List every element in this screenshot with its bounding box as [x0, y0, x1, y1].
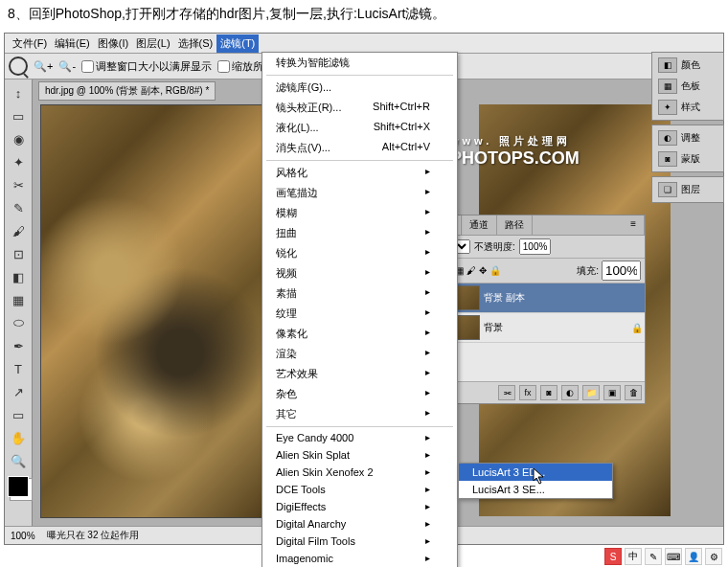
fx-icon[interactable]: fx — [519, 385, 536, 400]
menu-separator — [266, 160, 453, 161]
resize-window-checkbox[interactable]: 调整窗口大小以满屏显示 — [81, 59, 212, 74]
mask-new-icon[interactable]: ◙ — [540, 385, 557, 400]
adjustment-new-icon[interactable]: ◐ — [561, 385, 579, 400]
filter-menu: 转换为智能滤镜 滤镜库(G)... 镜头校正(R)...Shift+Ctrl+R… — [262, 52, 458, 567]
color-icon: ◧ — [658, 57, 677, 73]
tab-paths[interactable]: 路径 — [497, 215, 533, 235]
marquee-tool-icon[interactable]: ▭ — [6, 105, 31, 126]
menu-image[interactable]: 图像(I) — [94, 34, 132, 53]
ime-icon[interactable]: S — [604, 548, 622, 565]
filter-cat[interactable]: 视频 — [262, 263, 457, 284]
filter-cat[interactable]: 像素化 — [262, 324, 457, 344]
filter-plugin[interactable]: Eye Candy 4000 — [262, 429, 457, 446]
layer-new-icon[interactable]: ▣ — [603, 385, 621, 400]
lock-pos-icon[interactable]: ✥ — [479, 265, 487, 276]
filter-cat[interactable]: 画笔描边 — [262, 183, 457, 203]
panel-layers-btn[interactable]: ❏图层 — [654, 180, 721, 199]
filter-lens[interactable]: 镜头校正(R)...Shift+Ctrl+R — [262, 98, 457, 118]
lucis-submenu: LucisArt 3 ED... LucisArt 3 SE... — [458, 463, 613, 499]
filter-cat[interactable]: 纹理 — [262, 304, 457, 324]
move-tool-icon[interactable]: ↕ — [6, 82, 31, 103]
tray-keyboard-icon[interactable]: ⌨ — [665, 548, 682, 565]
tab-channels[interactable]: 通道 — [462, 215, 497, 235]
fill-input[interactable] — [602, 261, 641, 281]
filter-cat[interactable]: 其它 — [262, 404, 457, 424]
stamp-tool-icon[interactable]: ⊡ — [6, 243, 31, 264]
panel-masks[interactable]: ◙蒙版 — [654, 149, 721, 169]
menu-edit[interactable]: 编辑(E) — [51, 34, 94, 53]
trash-icon[interactable]: 🗑 — [625, 385, 642, 400]
panel-styles[interactable]: ✦样式 — [654, 98, 721, 117]
opacity-label: 不透明度: — [474, 240, 515, 254]
eyedropper-tool-icon[interactable]: ✎ — [6, 197, 31, 218]
brush-tool-icon[interactable]: 🖌 — [6, 220, 31, 241]
eraser-tool-icon[interactable]: ◧ — [6, 266, 31, 287]
adjust-icon: ◐ — [658, 130, 677, 146]
panel-adjustments[interactable]: ◐调整 — [654, 128, 721, 147]
layers-icon: ❏ — [658, 182, 677, 197]
layer-row[interactable]: 👁 背景 副本 — [426, 284, 645, 313]
zoom-tool-icon2[interactable]: 🔍 — [6, 450, 31, 471]
filter-gallery[interactable]: 滤镜库(G)... — [262, 78, 457, 98]
type-tool-icon[interactable]: T — [6, 358, 31, 379]
filter-liquify[interactable]: 液化(L)...Shift+Ctrl+X — [262, 118, 457, 138]
zoom-tool-icon — [9, 57, 28, 76]
menu-filter[interactable]: 滤镜(T) — [216, 34, 259, 53]
layer-row[interactable]: 👁 背景 🔒 — [426, 313, 645, 343]
menu-separator — [266, 75, 453, 76]
step-instruction: 8、回到PhotoShop,打开刚才存储的hdr图片,复制一层,执行:Lucis… — [0, 0, 728, 33]
link-layers-icon[interactable]: ⫘ — [498, 385, 515, 400]
filter-plugin[interactable]: Digital Anarchy — [262, 515, 457, 533]
lock-all-icon[interactable]: 🔒 — [489, 265, 501, 276]
menu-select[interactable]: 选择(S) — [174, 34, 217, 53]
resize-window-label: 调整窗口大小以满屏显示 — [96, 59, 212, 74]
menu-bar: 文件(F) 编辑(E) 图像(I) 图层(L) 选择(S) 滤镜(T) — [5, 34, 723, 54]
opacity-input[interactable] — [519, 238, 551, 255]
document-tab[interactable]: hdr.jpg @ 100% (背景 副本, RGB/8#) * — [38, 81, 216, 101]
lucisart-3-se[interactable]: LucisArt 3 SE... — [459, 481, 612, 498]
filter-plugin[interactable]: Digital Film Tools — [262, 533, 457, 550]
tray-ime-lang[interactable]: 中 — [625, 548, 642, 565]
filter-cat[interactable]: 风格化 — [262, 163, 457, 183]
pen-tool-icon[interactable]: ✒ — [6, 335, 31, 356]
filter-convert-smart[interactable]: 转换为智能滤镜 — [262, 53, 457, 73]
folder-new-icon[interactable]: 📁 — [582, 385, 600, 400]
lasso-tool-icon[interactable]: ◉ — [6, 128, 31, 149]
filter-cat[interactable]: 模糊 — [262, 203, 457, 223]
panel-swatches[interactable]: ▦色板 — [654, 77, 721, 96]
menu-file[interactable]: 文件(F) — [9, 34, 51, 53]
filter-cat[interactable]: 渲染 — [262, 344, 457, 364]
shape-tool-icon[interactable]: ▭ — [6, 404, 31, 425]
tray-user-icon[interactable]: 👤 — [685, 548, 702, 565]
filter-plugin[interactable]: Imagenomic — [262, 550, 457, 567]
lock-paint-icon[interactable]: 🖌 — [466, 265, 476, 276]
crop-tool-icon[interactable]: ✂ — [6, 174, 31, 195]
wand-tool-icon[interactable]: ✦ — [6, 151, 31, 172]
filter-plugin[interactable]: DigiEffects — [262, 498, 457, 515]
menu-layer[interactable]: 图层(L) — [132, 34, 173, 53]
filter-cat[interactable]: 杂色 — [262, 384, 457, 404]
tray-pencil-icon[interactable]: ✎ — [645, 548, 662, 565]
filter-cat[interactable]: 锐化 — [262, 243, 457, 263]
foreground-background-color[interactable] — [8, 476, 29, 497]
filter-cat[interactable]: 艺术效果 — [262, 364, 457, 384]
filter-plugin[interactable]: Alien Skin Xenofex 2 — [262, 464, 457, 481]
zoom-level[interactable]: 100% — [11, 531, 35, 541]
gradient-tool-icon[interactable]: ▦ — [6, 289, 31, 310]
filter-cat[interactable]: 扭曲 — [262, 223, 457, 243]
filter-plugin[interactable]: DCE Tools — [262, 481, 457, 498]
panel-color[interactable]: ◧颜色 — [654, 56, 721, 75]
zoom-in-icon[interactable]: 🔍+ — [34, 60, 53, 73]
lucisart-3-ed[interactable]: LucisArt 3 ED... — [459, 464, 612, 481]
filter-vanish[interactable]: 消失点(V)...Alt+Ctrl+V — [262, 138, 457, 158]
hand-tool-icon[interactable]: ✋ — [6, 427, 31, 448]
path-tool-icon[interactable]: ↗ — [6, 381, 31, 402]
document-image[interactable] — [40, 104, 274, 518]
zoom-out-icon[interactable]: 🔍- — [58, 60, 76, 73]
lock-icon: 🔒 — [631, 323, 643, 333]
panel-menu-icon[interactable]: ≡ — [623, 215, 645, 235]
blur-tool-icon[interactable]: ⬭ — [6, 312, 31, 333]
filter-cat[interactable]: 素描 — [262, 284, 457, 304]
tray-gear-icon[interactable]: ⚙ — [705, 548, 722, 565]
filter-plugin[interactable]: Alien Skin Splat — [262, 446, 457, 464]
